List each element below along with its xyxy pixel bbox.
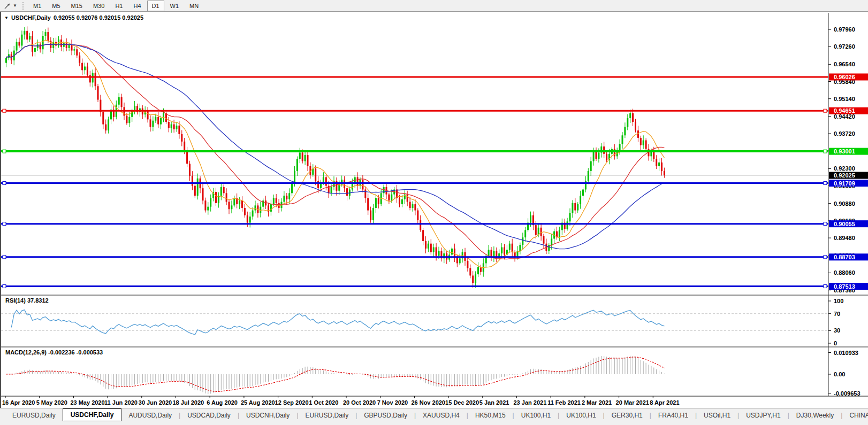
trading-platform: { "toolbar": { "timeframes": ["M1","M5",… [0, 0, 868, 425]
svg-text:70: 70 [834, 311, 840, 317]
cursor-tool-icon[interactable] [2, 1, 13, 11]
timeframe-button-d1[interactable]: D1 [147, 1, 164, 11]
svg-text:8 Apr 2021: 8 Apr 2021 [650, 399, 679, 406]
svg-text:0.97260: 0.97260 [834, 43, 855, 50]
timeframe-button-m30[interactable]: M30 [88, 1, 109, 11]
svg-text:6 Aug 2020: 6 Aug 2020 [207, 399, 238, 406]
svg-text:0.90055: 0.90055 [834, 221, 855, 227]
svg-text:0: 0 [834, 340, 837, 346]
chart-symbol-period: USDCHF,Daily [11, 14, 51, 21]
timeframe-button-w1[interactable]: W1 [165, 1, 184, 11]
svg-text:12 Sep 2020: 12 Sep 2020 [275, 399, 309, 406]
svg-text:0.91709: 0.91709 [834, 180, 855, 187]
tab-uk100-h1[interactable]: UK100,H1 [559, 410, 603, 421]
svg-text:26 Nov 2020: 26 Nov 2020 [411, 399, 445, 406]
svg-text:5 Jan 2021: 5 Jan 2021 [479, 399, 509, 406]
timeframe-button-h1[interactable]: H1 [110, 1, 127, 11]
chart-title: ▼ USDCHF,Daily 0.92055 0.92076 0.92015 0… [4, 14, 143, 21]
svg-text:0.92025: 0.92025 [834, 172, 855, 179]
svg-text:0.94651: 0.94651 [834, 107, 855, 114]
svg-text:-0.009653: -0.009653 [834, 390, 861, 397]
tab-usdcnh-daily[interactable]: USDCNH,Daily [239, 410, 296, 421]
timeframe-button-m15[interactable]: M15 [66, 1, 87, 11]
svg-text:0.87513: 0.87513 [834, 283, 855, 290]
timeframe-button-m5[interactable]: M5 [47, 1, 65, 11]
svg-text:0.00: 0.00 [834, 371, 845, 377]
tab-usdjpy-h1[interactable]: USDJPY,H1 [739, 410, 787, 421]
tab-ger30-h1[interactable]: GER30,H1 [605, 410, 650, 421]
svg-text:0.97960: 0.97960 [834, 26, 855, 33]
svg-text:0.010933: 0.010933 [834, 350, 858, 356]
tab-uk100-h1[interactable]: UK100,H1 [514, 410, 558, 421]
chart-window[interactable]: 0.979600.972600.965400.958400.951400.944… [0, 12, 868, 408]
svg-text:0.96026: 0.96026 [834, 74, 855, 80]
svg-text:23 Jan 2021: 23 Jan 2021 [514, 399, 547, 406]
svg-text:30 Jun 2020: 30 Jun 2020 [139, 399, 172, 406]
svg-text:0.95140: 0.95140 [834, 96, 855, 102]
rsi-indicator-label: RSI(14) 37.8312 [5, 297, 49, 304]
timeframe-buttons: M1M5M15M30H1H4D1W1MN [28, 1, 204, 11]
svg-text:7 Nov 2020: 7 Nov 2020 [377, 399, 408, 406]
svg-text:0.88060: 0.88060 [834, 269, 855, 276]
svg-text:5 May 2020: 5 May 2020 [36, 399, 67, 406]
tab-hk50-m15[interactable]: HK50,M15 [468, 410, 513, 421]
timeframe-button-h4[interactable]: H4 [128, 1, 146, 11]
price-chart[interactable]: 0.979600.972600.965400.958400.951400.944… [1, 12, 868, 408]
timeframe-button-m1[interactable]: M1 [28, 1, 46, 11]
svg-text:18 Jul 2020: 18 Jul 2020 [173, 399, 204, 406]
toolbar-grip [22, 2, 24, 10]
svg-text:20 Oct 2020: 20 Oct 2020 [343, 399, 376, 406]
macd-indicator-label: MACD(12,26,9) -0.002236 -0.000533 [5, 349, 103, 356]
tab-gbpusd-daily[interactable]: GBPUSD,Daily [357, 410, 414, 421]
svg-text:25 Aug 2020: 25 Aug 2020 [241, 399, 275, 406]
svg-text:16 Apr 2020: 16 Apr 2020 [2, 399, 35, 406]
svg-text:0.93001: 0.93001 [834, 148, 855, 154]
tab-usoil-h1[interactable]: USOil,H1 [697, 410, 737, 421]
svg-text:0.92300: 0.92300 [834, 165, 855, 172]
svg-text:23 May 2020: 23 May 2020 [70, 399, 104, 406]
svg-text:15 Dec 2020: 15 Dec 2020 [445, 399, 479, 406]
tab-china300-h1[interactable]: CHINA300,H1 [842, 410, 868, 421]
svg-text:0.93720: 0.93720 [834, 130, 855, 137]
svg-text:0.89480: 0.89480 [834, 235, 855, 241]
tab-eurusd-daily[interactable]: EURUSD,Daily [5, 410, 63, 421]
svg-text:0.90880: 0.90880 [834, 200, 855, 207]
timeframe-toolbar: ▼ M1M5M15M30H1H4D1W1MN [0, 0, 868, 12]
svg-text:30: 30 [834, 327, 840, 334]
svg-text:100: 100 [834, 298, 843, 304]
svg-text:0.88703: 0.88703 [834, 254, 855, 260]
tab-eurusd-daily[interactable]: EURUSD,Daily [298, 410, 355, 421]
svg-text:11 Feb 2021: 11 Feb 2021 [547, 399, 581, 406]
tab-dj30-weekly[interactable]: DJ30,Weekly [789, 410, 841, 421]
dropdown-caret-icon[interactable]: ▼ [13, 3, 18, 8]
tab-usdcad-daily[interactable]: USDCAD,Daily [180, 410, 238, 421]
symbol-tab-bar: EURUSD,DailyUSDCHF,DailyAUDUSD,Daily|USD… [0, 408, 868, 422]
timeframe-button-mn[interactable]: MN [185, 1, 203, 11]
tab-fra40-h1[interactable]: FRA40,H1 [651, 410, 695, 421]
svg-text:2 Mar 2021: 2 Mar 2021 [582, 399, 612, 406]
svg-text:1 Oct 2020: 1 Oct 2020 [309, 399, 338, 406]
chart-ohlc-readout: 0.92055 0.92076 0.92015 0.92025 [54, 14, 143, 21]
collapse-chart-icon[interactable]: ▼ [4, 16, 9, 20]
tab-usdchf-daily[interactable]: USDCHF,Daily [63, 408, 122, 421]
tab-xauusd-h4[interactable]: XAUUSD,H4 [416, 410, 467, 421]
svg-text:0.96540: 0.96540 [834, 61, 855, 67]
tab-audusd-daily[interactable]: AUDUSD,Daily [121, 410, 179, 421]
svg-text:20 Mar 2021: 20 Mar 2021 [616, 399, 649, 406]
svg-text:11 Jun 2020: 11 Jun 2020 [104, 399, 138, 406]
